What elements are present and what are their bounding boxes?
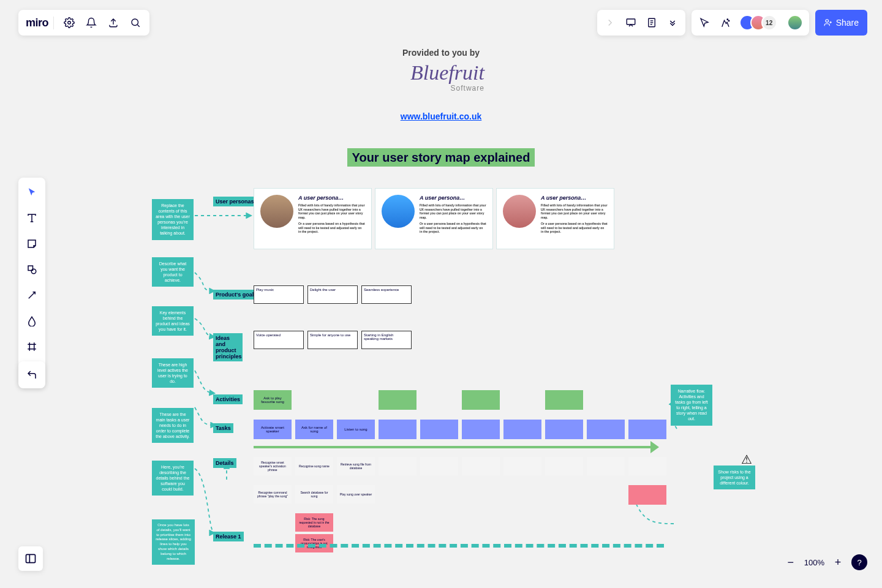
task-card[interactable]: [503, 420, 541, 439]
goal-box[interactable]: Seamless experience: [361, 285, 412, 304]
label-details[interactable]: Details: [213, 458, 236, 468]
detail-card[interactable]: [420, 457, 458, 475]
label-principles[interactable]: Ideas and product principles: [213, 333, 243, 361]
task-card[interactable]: [462, 420, 500, 439]
risk-card[interactable]: Risk: The user's pronunciation is not re…: [295, 534, 333, 552]
release-line: [254, 544, 664, 548]
detail-card[interactable]: Search database for song: [295, 485, 333, 503]
detail-card[interactable]: [503, 457, 541, 475]
note-principles[interactable]: Key elements behind the product and idea…: [152, 306, 194, 336]
task-card[interactable]: [587, 420, 625, 439]
brand-logo: Bluefruit Software: [410, 62, 484, 92]
note-tasks[interactable]: These are the main tasks a user needs to…: [152, 408, 194, 443]
persona-title: A user persona…: [420, 195, 486, 201]
risk-card[interactable]: Risk: The song requested is not in the d…: [295, 513, 333, 532]
label-tasks[interactable]: Tasks: [213, 423, 233, 433]
detail-card[interactable]: [379, 457, 417, 475]
label-goals[interactable]: Product's goals: [213, 290, 259, 300]
persona-desc2: Or a user persona based on a hypothesis …: [420, 222, 486, 234]
note-risks[interactable]: Show risks to the project using a differ…: [714, 466, 755, 489]
note-details[interactable]: Here, you're describing the details behi…: [152, 461, 194, 496]
note-personas[interactable]: Replace the contents of this area with t…: [152, 199, 194, 240]
detail-card[interactable]: Recognise song name: [295, 457, 333, 475]
persona-desc: Filled with lots of handy information th…: [420, 203, 486, 219]
task-card[interactable]: Ask for name of song: [295, 420, 333, 439]
canvas[interactable]: Provided to you by Bluefruit Software ww…: [0, 0, 882, 588]
title: Your user story map explained: [0, 151, 882, 165]
label-activities[interactable]: Activities: [213, 394, 243, 404]
note-narrative[interactable]: Narrative flow. Activities and tasks go …: [671, 385, 712, 426]
label-personas[interactable]: User personas: [213, 197, 257, 206]
detail-card[interactable]: Recognise command phrase "play the song": [254, 485, 292, 503]
activity-card[interactable]: [545, 390, 583, 410]
note-goals[interactable]: Describe what you want the product to ac…: [152, 257, 194, 287]
task-card[interactable]: [545, 420, 583, 439]
persona-avatar: [382, 195, 415, 228]
detail-card[interactable]: Play song over speaker: [337, 485, 375, 503]
persona-desc2: Or a user persona based on a hypothesis …: [298, 222, 365, 234]
detail-card[interactable]: Recognise smart speaker's activation phr…: [254, 457, 292, 475]
persona-avatar: [260, 195, 293, 228]
activity-card[interactable]: [462, 390, 500, 410]
task-card[interactable]: [379, 420, 417, 439]
detail-card[interactable]: [462, 457, 500, 475]
persona-desc: Filled with lots of handy information th…: [298, 203, 365, 219]
persona-desc2: Or a user persona based on a hypothesis …: [541, 222, 608, 234]
task-card[interactable]: [420, 420, 458, 439]
task-card[interactable]: Activate smart speaker: [254, 420, 292, 439]
activity-card[interactable]: Ask to play favourite song: [254, 390, 292, 410]
note-release[interactable]: Once you have lots of details, you'll wa…: [152, 519, 195, 565]
detail-card[interactable]: Retrieve song file from database: [337, 457, 375, 475]
principle-box[interactable]: Starting in English speaking markets: [361, 331, 412, 349]
persona-avatar: [503, 195, 536, 228]
principle-box[interactable]: Simple for anyone to use: [307, 331, 358, 349]
detail-card[interactable]: [587, 457, 625, 475]
task-card[interactable]: Listen to song: [337, 420, 375, 439]
persona-title: A user persona…: [298, 195, 365, 201]
note-activities[interactable]: These are high level actives the user is…: [152, 358, 194, 388]
warning-icon: ⚠: [741, 452, 752, 467]
detail-card[interactable]: [545, 457, 583, 475]
goal-box[interactable]: Delight the user: [307, 285, 358, 304]
persona-card[interactable]: A user persona… Filled with lots of hand…: [254, 188, 372, 249]
brand-link[interactable]: www.bluefruit.co.uk: [0, 111, 882, 121]
persona-desc: Filled with lots of handy information th…: [541, 203, 608, 219]
task-card[interactable]: [628, 420, 666, 439]
activity-card[interactable]: [379, 390, 417, 410]
provided-by-label: Provided to you by: [0, 48, 882, 58]
narrative-arrow: [254, 446, 652, 448]
persona-title: A user persona…: [541, 195, 608, 201]
persona-card[interactable]: A user persona… Filled with lots of hand…: [496, 188, 614, 249]
principle-box[interactable]: Voice operated: [254, 331, 304, 349]
risk-card-blank[interactable]: [628, 485, 666, 505]
persona-card[interactable]: A user persona… Filled with lots of hand…: [375, 188, 493, 249]
detail-card[interactable]: [628, 457, 666, 475]
label-release[interactable]: Release 1: [213, 532, 244, 541]
goal-box[interactable]: Play music: [254, 285, 304, 304]
